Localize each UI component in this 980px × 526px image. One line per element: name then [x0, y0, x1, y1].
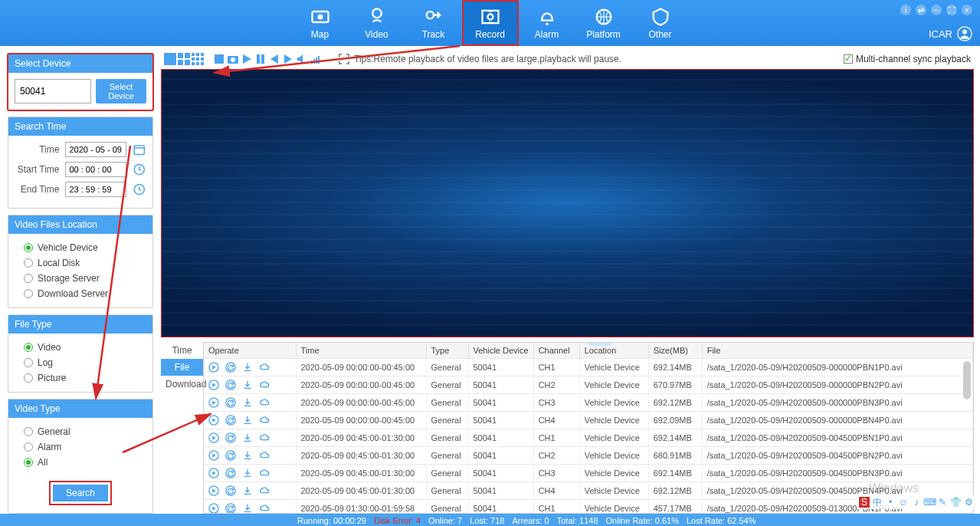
tray-icon[interactable]: ☺ — [898, 497, 909, 508]
end-time-input[interactable] — [65, 182, 126, 197]
download-icon[interactable] — [242, 468, 253, 478]
nav-tab-record[interactable]: Record — [462, 0, 519, 46]
nav-tab-platform[interactable]: Platform — [575, 0, 632, 46]
tab-time[interactable]: Time — [161, 342, 203, 359]
pause-icon[interactable] — [254, 53, 267, 65]
tray-icon[interactable]: S — [859, 497, 870, 508]
cloud-icon[interactable] — [259, 450, 270, 461]
play-icon[interactable] — [208, 380, 219, 390]
close-icon[interactable]: × — [962, 5, 972, 15]
replay-icon[interactable] — [225, 432, 236, 443]
calendar-icon[interactable] — [133, 143, 146, 156]
nav-tab-alarm[interactable]: Alarm — [519, 0, 575, 46]
stop-icon[interactable] — [213, 53, 225, 65]
replay-icon[interactable] — [225, 380, 236, 390]
video-playback-area[interactable] — [161, 69, 974, 337]
info-icon[interactable]: i — [900, 5, 911, 15]
layout-4-icon[interactable] — [178, 53, 190, 65]
replay-icon[interactable] — [225, 415, 236, 426]
column-header[interactable]: Vehicle Device — [468, 343, 533, 359]
table-row[interactable]: 2020-05-09 00:00:00-00:45:00General50041… — [204, 394, 973, 412]
download-icon[interactable] — [242, 503, 253, 514]
play-icon[interactable] — [208, 432, 219, 443]
file-type-option[interactable]: Video — [15, 340, 146, 355]
video-files-location-option[interactable]: Vehicle Device — [15, 240, 146, 255]
replay-icon[interactable] — [225, 450, 236, 461]
column-header[interactable]: File — [702, 343, 972, 359]
play-icon[interactable] — [208, 415, 219, 426]
download-icon[interactable] — [242, 415, 253, 426]
table-row[interactable]: 2020-05-09 00:45:00-01:30:00General50041… — [204, 429, 973, 447]
collapse-handle-icon[interactable] — [588, 342, 611, 346]
cloud-icon[interactable] — [259, 362, 270, 373]
next-icon[interactable] — [282, 53, 294, 65]
tab-file[interactable]: File — [161, 359, 203, 376]
clock-icon[interactable] — [133, 163, 146, 176]
cloud-icon[interactable] — [259, 415, 270, 426]
play-icon[interactable] — [208, 468, 219, 478]
maximize-icon[interactable]: ⛶ — [946, 5, 957, 15]
column-header[interactable]: Type — [426, 343, 468, 359]
video-type-option[interactable]: All — [15, 455, 146, 470]
volume-icon[interactable] — [310, 53, 322, 65]
cloud-icon[interactable] — [259, 397, 270, 408]
file-type-option[interactable]: Picture — [15, 370, 146, 386]
cloud-icon[interactable] — [259, 503, 270, 514]
play-icon[interactable] — [241, 53, 253, 65]
column-header[interactable]: Operate — [204, 343, 296, 359]
replay-icon[interactable] — [225, 397, 236, 408]
fullscreen-icon[interactable] — [339, 54, 349, 64]
download-icon[interactable] — [242, 362, 253, 373]
video-files-location-option[interactable]: Local Disk — [15, 255, 146, 271]
nav-tab-video[interactable]: Video — [349, 0, 405, 46]
layout-9-icon[interactable] — [192, 53, 204, 65]
sync-playback-checkbox[interactable]: Multi-channel sync playback — [844, 54, 971, 64]
table-row[interactable]: 2020-05-09 00:00:00-00:45:00General50041… — [204, 359, 973, 376]
scrollbar-thumb[interactable] — [963, 361, 971, 399]
column-header[interactable]: Time — [296, 343, 426, 359]
video-type-option[interactable]: General — [15, 424, 146, 439]
search-button[interactable]: Search — [53, 485, 108, 501]
replay-icon[interactable] — [225, 468, 236, 478]
cloud-icon[interactable] — [259, 432, 270, 443]
cloud-icon[interactable] — [259, 485, 270, 496]
play-icon[interactable] — [208, 362, 219, 373]
table-row[interactable]: 2020-05-09 00:00:00-00:45:00General50041… — [204, 412, 973, 429]
layout-1-icon[interactable] — [164, 53, 176, 65]
play-icon[interactable] — [208, 485, 219, 496]
replay-icon[interactable] — [225, 503, 236, 514]
play-icon[interactable] — [208, 397, 219, 408]
cloud-icon[interactable] — [259, 380, 270, 390]
video-files-location-option[interactable]: Storage Server — [15, 271, 146, 286]
download-icon[interactable] — [242, 397, 253, 408]
tray-icon[interactable]: ⚙ — [963, 497, 974, 508]
speaker-icon[interactable] — [296, 53, 308, 65]
download-icon[interactable] — [242, 380, 253, 390]
snapshot-icon[interactable] — [227, 53, 239, 65]
download-icon[interactable] — [242, 432, 253, 443]
tray-icon[interactable]: ✎ — [937, 497, 948, 508]
cloud-icon[interactable] — [259, 468, 270, 478]
download-icon[interactable] — [242, 485, 253, 496]
download-icon[interactable] — [242, 450, 253, 461]
nav-tab-track[interactable]: Track — [405, 0, 462, 46]
tray-icon[interactable]: 中 — [872, 497, 883, 508]
tray-icon[interactable]: ⌨ — [924, 497, 935, 508]
table-row[interactable]: 2020-05-09 00:00:00-00:45:00General50041… — [204, 376, 973, 394]
select-device-button[interactable]: Select Device — [96, 79, 146, 104]
video-type-option[interactable]: Alarm — [15, 439, 146, 455]
nav-tab-other[interactable]: Other — [632, 0, 689, 46]
nav-tab-map[interactable]: Map — [292, 0, 349, 46]
user-area[interactable]: ICAR — [929, 26, 972, 41]
tray-icon[interactable]: • — [885, 497, 896, 508]
tray-icon[interactable]: ♪ — [911, 497, 922, 508]
tab-download[interactable]: Download — [161, 376, 203, 393]
tray-icon[interactable]: 👕 — [950, 497, 961, 508]
column-header[interactable]: Size(MB) — [648, 343, 702, 359]
file-type-option[interactable]: Log — [15, 355, 146, 370]
video-files-location-option[interactable]: Download Server — [15, 286, 146, 301]
table-row[interactable]: 2020-05-09 00:45:00-01:30:00General50041… — [204, 465, 973, 482]
start-time-input[interactable] — [65, 162, 126, 177]
replay-icon[interactable] — [225, 485, 236, 496]
swap-icon[interactable]: ⇄ — [916, 5, 926, 15]
